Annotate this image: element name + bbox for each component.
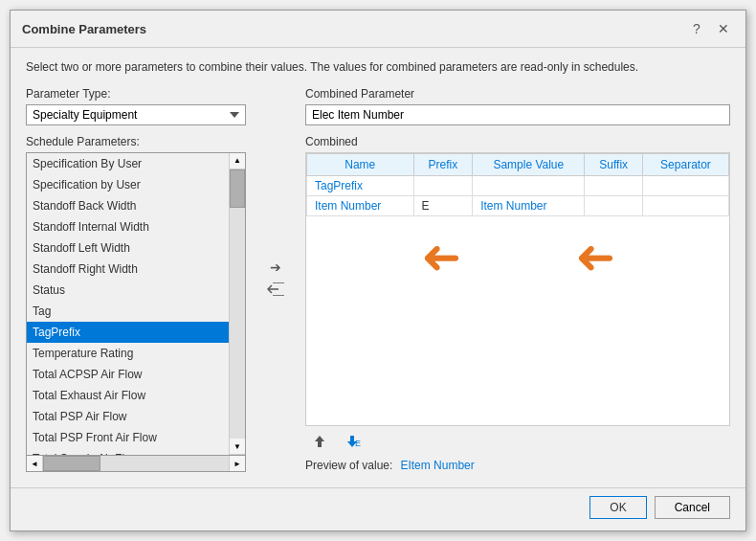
main-row: Parameter Type: Specialty Equipment Sche… [26, 87, 730, 472]
scroll-thumb[interactable] [230, 169, 245, 208]
schedule-list-item[interactable]: Standoff Internal Width [27, 216, 229, 237]
combined-table-body: TagPrefixItem NumberEItem Number [307, 175, 729, 215]
col-name: Name [307, 153, 414, 175]
dialog-body: Select two or more parameters to combine… [11, 48, 745, 484]
middle-arrows-panel: ➔ [261, 87, 290, 472]
title-bar-controls: ? ✕ [686, 18, 734, 39]
col-suffix: Suffix [585, 153, 642, 175]
title-bar: Combine Parameters ? ✕ [11, 11, 745, 48]
horiz-scrollbar: ◄ ► [26, 456, 246, 472]
remove-from-combined-button[interactable] [265, 281, 286, 301]
horiz-scroll-track [43, 456, 229, 471]
param-type-label: Parameter Type: [26, 87, 246, 101]
left-panel: Parameter Type: Specialty Equipment Sche… [26, 87, 246, 472]
orange-arrow-separator: ➜ [575, 236, 615, 283]
schedule-list-item[interactable]: Standoff Left Width [27, 237, 229, 259]
combine-parameters-dialog: Combine Parameters ? ✕ Select two or mor… [10, 10, 746, 531]
preview-label: Preview of value: [305, 459, 392, 472]
bottom-controls: E [305, 432, 730, 451]
schedule-list-item[interactable]: TagPrefix [27, 322, 229, 343]
schedule-list-item[interactable]: Total PSP Front Air Flow [27, 427, 229, 448]
table-row[interactable]: TagPrefix [307, 175, 729, 195]
schedule-list-item[interactable]: Total PSP Air Flow [27, 406, 229, 427]
preview-value: EItem Number [400, 459, 474, 472]
scroll-down-button[interactable]: ▼ [230, 439, 245, 455]
schedule-list-item[interactable]: Total ACPSP Air Flow [27, 364, 229, 385]
scroll-up-button[interactable]: ▲ [230, 153, 245, 169]
col-sample-value: Sample Value [473, 153, 585, 175]
schedule-params-label: Schedule Parameters: [26, 135, 246, 148]
preview-row: Preview of value: EItem Number [305, 459, 730, 472]
combined-param-label: Combined Parameter [305, 87, 730, 101]
list-scrollbar: ▲ ▼ [229, 153, 245, 455]
schedule-list-item[interactable]: Total Exhaust Air Flow [27, 385, 229, 406]
schedule-list-item[interactable]: Total Supply Air Flow [27, 448, 229, 455]
move-up-button[interactable] [307, 432, 332, 451]
dialog-title: Combine Parameters [22, 22, 146, 36]
move-down-button[interactable]: E [340, 432, 365, 451]
orange-arrow-prefix: ➜ [421, 236, 461, 283]
ok-button[interactable]: OK [589, 496, 646, 519]
dialog-footer: OK Cancel [11, 487, 745, 530]
col-separator: Separator [642, 153, 728, 175]
schedule-list-item[interactable]: Specification by User [27, 174, 229, 195]
table-row[interactable]: Item NumberEItem Number [307, 195, 729, 215]
schedule-list-item[interactable]: Temperature Rating [27, 343, 229, 364]
svg-text:E: E [355, 439, 361, 448]
svg-rect-6 [350, 436, 354, 441]
combined-section-label: Combined [305, 135, 730, 148]
schedule-list-item[interactable]: Tag [27, 301, 229, 322]
help-button[interactable]: ? [686, 18, 707, 39]
combined-param-input[interactable] [305, 104, 730, 125]
close-button[interactable]: ✕ [713, 18, 734, 39]
description-text: Select two or more parameters to combine… [26, 59, 730, 76]
svg-rect-4 [318, 441, 322, 447]
right-panel: Combined Parameter Combined Name Prefix … [305, 87, 730, 472]
schedule-list-item[interactable]: Standoff Back Width [27, 195, 229, 216]
add-to-combined-button[interactable]: ➔ [268, 258, 283, 277]
combined-table-container: Name Prefix Sample Value Suffix Separato… [305, 152, 730, 426]
scroll-left-button[interactable]: ◄ [27, 456, 43, 471]
parameter-type-select[interactable]: Specialty Equipment [26, 104, 246, 125]
col-prefix: Prefix [413, 153, 473, 175]
cancel-button[interactable]: Cancel [655, 496, 730, 519]
combined-table: Name Prefix Sample Value Suffix Separato… [306, 153, 729, 216]
svg-marker-3 [315, 436, 324, 441]
horiz-scroll-thumb[interactable] [43, 456, 100, 471]
schedule-list-item[interactable]: Status [27, 280, 229, 301]
schedule-list-item[interactable]: Standoff Right Width [27, 259, 229, 280]
scroll-right-button[interactable]: ► [229, 456, 245, 471]
schedule-params-list: Specification By UserSpecification by Us… [27, 153, 229, 455]
table-header-row: Name Prefix Sample Value Suffix Separato… [307, 153, 729, 175]
scroll-track [230, 169, 245, 439]
schedule-list-item[interactable]: Specification By User [27, 153, 229, 174]
